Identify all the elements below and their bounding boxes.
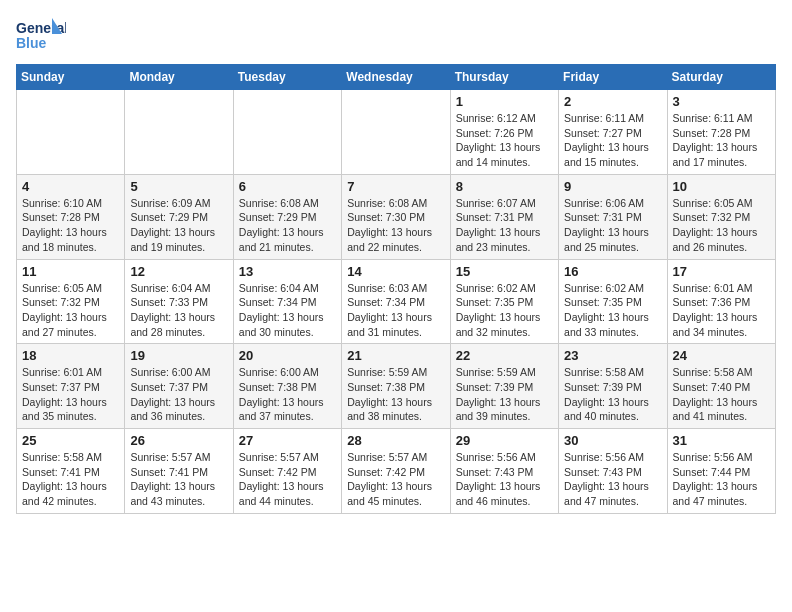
day-number: 4: [22, 179, 119, 194]
logo: GeneralBlue: [16, 16, 66, 56]
day-info: Sunrise: 6:02 AM Sunset: 7:35 PM Dayligh…: [456, 281, 553, 340]
calendar-cell: 8Sunrise: 6:07 AM Sunset: 7:31 PM Daylig…: [450, 174, 558, 259]
calendar-cell: 9Sunrise: 6:06 AM Sunset: 7:31 PM Daylig…: [559, 174, 667, 259]
day-info: Sunrise: 5:56 AM Sunset: 7:44 PM Dayligh…: [673, 450, 770, 509]
calendar-cell: 16Sunrise: 6:02 AM Sunset: 7:35 PM Dayli…: [559, 259, 667, 344]
day-info: Sunrise: 5:58 AM Sunset: 7:40 PM Dayligh…: [673, 365, 770, 424]
calendar-week-5: 25Sunrise: 5:58 AM Sunset: 7:41 PM Dayli…: [17, 429, 776, 514]
day-info: Sunrise: 5:59 AM Sunset: 7:38 PM Dayligh…: [347, 365, 444, 424]
calendar-cell: 31Sunrise: 5:56 AM Sunset: 7:44 PM Dayli…: [667, 429, 775, 514]
day-info: Sunrise: 6:11 AM Sunset: 7:28 PM Dayligh…: [673, 111, 770, 170]
day-number: 31: [673, 433, 770, 448]
day-info: Sunrise: 6:08 AM Sunset: 7:30 PM Dayligh…: [347, 196, 444, 255]
day-header-tuesday: Tuesday: [233, 65, 341, 90]
calendar-cell: 28Sunrise: 5:57 AM Sunset: 7:42 PM Dayli…: [342, 429, 450, 514]
calendar-body: 1Sunrise: 6:12 AM Sunset: 7:26 PM Daylig…: [17, 90, 776, 514]
day-header-thursday: Thursday: [450, 65, 558, 90]
day-number: 8: [456, 179, 553, 194]
calendar-cell: 12Sunrise: 6:04 AM Sunset: 7:33 PM Dayli…: [125, 259, 233, 344]
day-number: 6: [239, 179, 336, 194]
day-info: Sunrise: 6:06 AM Sunset: 7:31 PM Dayligh…: [564, 196, 661, 255]
calendar-cell: 14Sunrise: 6:03 AM Sunset: 7:34 PM Dayli…: [342, 259, 450, 344]
day-info: Sunrise: 6:00 AM Sunset: 7:38 PM Dayligh…: [239, 365, 336, 424]
day-info: Sunrise: 6:09 AM Sunset: 7:29 PM Dayligh…: [130, 196, 227, 255]
day-number: 3: [673, 94, 770, 109]
day-info: Sunrise: 6:10 AM Sunset: 7:28 PM Dayligh…: [22, 196, 119, 255]
day-number: 24: [673, 348, 770, 363]
calendar-cell: 18Sunrise: 6:01 AM Sunset: 7:37 PM Dayli…: [17, 344, 125, 429]
calendar-cell: 21Sunrise: 5:59 AM Sunset: 7:38 PM Dayli…: [342, 344, 450, 429]
calendar-cell: 5Sunrise: 6:09 AM Sunset: 7:29 PM Daylig…: [125, 174, 233, 259]
day-number: 1: [456, 94, 553, 109]
day-info: Sunrise: 6:11 AM Sunset: 7:27 PM Dayligh…: [564, 111, 661, 170]
calendar-week-3: 11Sunrise: 6:05 AM Sunset: 7:32 PM Dayli…: [17, 259, 776, 344]
header-row: SundayMondayTuesdayWednesdayThursdayFrid…: [17, 65, 776, 90]
day-info: Sunrise: 6:05 AM Sunset: 7:32 PM Dayligh…: [22, 281, 119, 340]
day-number: 17: [673, 264, 770, 279]
calendar-cell: [17, 90, 125, 175]
day-number: 15: [456, 264, 553, 279]
day-info: Sunrise: 5:57 AM Sunset: 7:42 PM Dayligh…: [347, 450, 444, 509]
calendar-header: SundayMondayTuesdayWednesdayThursdayFrid…: [17, 65, 776, 90]
day-number: 21: [347, 348, 444, 363]
day-info: Sunrise: 6:07 AM Sunset: 7:31 PM Dayligh…: [456, 196, 553, 255]
calendar-cell: 25Sunrise: 5:58 AM Sunset: 7:41 PM Dayli…: [17, 429, 125, 514]
day-number: 18: [22, 348, 119, 363]
day-info: Sunrise: 6:01 AM Sunset: 7:37 PM Dayligh…: [22, 365, 119, 424]
day-info: Sunrise: 5:59 AM Sunset: 7:39 PM Dayligh…: [456, 365, 553, 424]
day-number: 20: [239, 348, 336, 363]
day-info: Sunrise: 6:00 AM Sunset: 7:37 PM Dayligh…: [130, 365, 227, 424]
calendar-table: SundayMondayTuesdayWednesdayThursdayFrid…: [16, 64, 776, 514]
calendar-cell: 15Sunrise: 6:02 AM Sunset: 7:35 PM Dayli…: [450, 259, 558, 344]
calendar-cell: [342, 90, 450, 175]
calendar-cell: 6Sunrise: 6:08 AM Sunset: 7:29 PM Daylig…: [233, 174, 341, 259]
calendar-cell: 23Sunrise: 5:58 AM Sunset: 7:39 PM Dayli…: [559, 344, 667, 429]
day-info: Sunrise: 5:57 AM Sunset: 7:42 PM Dayligh…: [239, 450, 336, 509]
day-info: Sunrise: 5:56 AM Sunset: 7:43 PM Dayligh…: [456, 450, 553, 509]
day-number: 19: [130, 348, 227, 363]
day-info: Sunrise: 6:01 AM Sunset: 7:36 PM Dayligh…: [673, 281, 770, 340]
calendar-cell: 4Sunrise: 6:10 AM Sunset: 7:28 PM Daylig…: [17, 174, 125, 259]
day-header-friday: Friday: [559, 65, 667, 90]
calendar-cell: 29Sunrise: 5:56 AM Sunset: 7:43 PM Dayli…: [450, 429, 558, 514]
day-info: Sunrise: 6:04 AM Sunset: 7:33 PM Dayligh…: [130, 281, 227, 340]
calendar-cell: 1Sunrise: 6:12 AM Sunset: 7:26 PM Daylig…: [450, 90, 558, 175]
day-header-sunday: Sunday: [17, 65, 125, 90]
day-number: 23: [564, 348, 661, 363]
day-number: 7: [347, 179, 444, 194]
svg-text:Blue: Blue: [16, 35, 47, 51]
calendar-cell: 10Sunrise: 6:05 AM Sunset: 7:32 PM Dayli…: [667, 174, 775, 259]
calendar-cell: 27Sunrise: 5:57 AM Sunset: 7:42 PM Dayli…: [233, 429, 341, 514]
day-info: Sunrise: 6:04 AM Sunset: 7:34 PM Dayligh…: [239, 281, 336, 340]
day-info: Sunrise: 5:58 AM Sunset: 7:41 PM Dayligh…: [22, 450, 119, 509]
day-number: 29: [456, 433, 553, 448]
day-info: Sunrise: 5:58 AM Sunset: 7:39 PM Dayligh…: [564, 365, 661, 424]
day-header-wednesday: Wednesday: [342, 65, 450, 90]
day-number: 30: [564, 433, 661, 448]
calendar-cell: 17Sunrise: 6:01 AM Sunset: 7:36 PM Dayli…: [667, 259, 775, 344]
calendar-cell: 11Sunrise: 6:05 AM Sunset: 7:32 PM Dayli…: [17, 259, 125, 344]
day-number: 22: [456, 348, 553, 363]
day-number: 16: [564, 264, 661, 279]
day-number: 10: [673, 179, 770, 194]
day-number: 12: [130, 264, 227, 279]
day-number: 5: [130, 179, 227, 194]
calendar-week-1: 1Sunrise: 6:12 AM Sunset: 7:26 PM Daylig…: [17, 90, 776, 175]
calendar-cell: 30Sunrise: 5:56 AM Sunset: 7:43 PM Dayli…: [559, 429, 667, 514]
calendar-cell: 22Sunrise: 5:59 AM Sunset: 7:39 PM Dayli…: [450, 344, 558, 429]
day-number: 2: [564, 94, 661, 109]
day-number: 11: [22, 264, 119, 279]
day-info: Sunrise: 6:03 AM Sunset: 7:34 PM Dayligh…: [347, 281, 444, 340]
day-info: Sunrise: 6:08 AM Sunset: 7:29 PM Dayligh…: [239, 196, 336, 255]
day-info: Sunrise: 6:02 AM Sunset: 7:35 PM Dayligh…: [564, 281, 661, 340]
day-number: 27: [239, 433, 336, 448]
calendar-week-2: 4Sunrise: 6:10 AM Sunset: 7:28 PM Daylig…: [17, 174, 776, 259]
calendar-cell: 20Sunrise: 6:00 AM Sunset: 7:38 PM Dayli…: [233, 344, 341, 429]
day-header-saturday: Saturday: [667, 65, 775, 90]
day-info: Sunrise: 5:57 AM Sunset: 7:41 PM Dayligh…: [130, 450, 227, 509]
calendar-cell: 2Sunrise: 6:11 AM Sunset: 7:27 PM Daylig…: [559, 90, 667, 175]
calendar-cell: [233, 90, 341, 175]
day-header-monday: Monday: [125, 65, 233, 90]
day-info: Sunrise: 5:56 AM Sunset: 7:43 PM Dayligh…: [564, 450, 661, 509]
calendar-cell: 19Sunrise: 6:00 AM Sunset: 7:37 PM Dayli…: [125, 344, 233, 429]
